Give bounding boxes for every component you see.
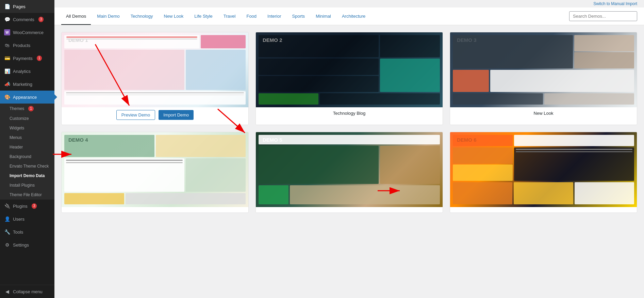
demo1-actions: Preview Demo Import Demo	[62, 107, 248, 125]
plugins-icon: 🔌	[4, 203, 10, 209]
sidebar-item-widgets[interactable]: Widgets	[0, 123, 54, 133]
demo1-preview: DEMO 1	[62, 32, 248, 107]
demo-tabs: All Demos Main Demo Technology New Look …	[54, 7, 644, 25]
demo3-sub-label: New Look	[450, 107, 637, 118]
tab-life-style[interactable]: Life Style	[189, 7, 217, 25]
demo-card-5: DEMO 5	[255, 132, 443, 213]
tools-icon: 🔧	[4, 229, 10, 235]
sidebar: 📄 Pages 💬 Comments 3 W WooCommerce 🛍 Pro…	[0, 0, 54, 298]
sidebar-item-header[interactable]: Header	[0, 142, 54, 152]
search-demos-input[interactable]	[569, 11, 637, 21]
demo1-import-btn[interactable]: Import Demo	[159, 110, 194, 120]
demo-card-1: DEMO 1	[61, 32, 249, 125]
tab-architecture[interactable]: Architecture	[337, 7, 370, 25]
collapse-menu-button[interactable]: ◀ Collapse menu	[0, 285, 54, 298]
demo-card-2: DEMO 2	[255, 32, 443, 125]
demo-grid: DEMO 1	[54, 25, 644, 220]
demo3-overlay	[450, 32, 637, 107]
demo2-preview: DEMO 2	[256, 32, 443, 107]
tab-new-look[interactable]: New Look	[159, 7, 188, 25]
sidebar-item-themes[interactable]: Themes 1	[0, 104, 54, 114]
payments-badge: 1	[37, 56, 42, 61]
sidebar-item-background[interactable]: Background	[0, 152, 54, 161]
tab-minimal[interactable]: Minimal	[311, 7, 336, 25]
demo1-preview-btn[interactable]: Preview Demo	[116, 110, 155, 120]
demo1-overlay	[62, 32, 248, 107]
sidebar-item-customize[interactable]: Customize	[0, 114, 54, 123]
settings-icon: ⚙	[4, 242, 10, 248]
tab-travel[interactable]: Travel	[219, 7, 241, 25]
sidebar-item-plugins[interactable]: 🔌 Plugins 3	[0, 200, 54, 213]
tab-interior[interactable]: Interior	[263, 7, 286, 25]
sidebar-item-products[interactable]: 🛍 Products	[0, 39, 54, 52]
demo-card-6: DEMO 6	[450, 132, 637, 213]
woocommerce-icon: W	[4, 29, 10, 35]
demo2-sub-label: Technology Blog	[256, 107, 443, 118]
sidebar-item-settings[interactable]: ⚙ Settings	[0, 238, 54, 251]
sidebar-item-analytics[interactable]: 📊 Analytics	[0, 65, 54, 78]
comments-icon: 💬	[4, 16, 10, 22]
payments-icon: 💳	[4, 55, 10, 61]
sidebar-item-marketing[interactable]: 📣 Marketing	[0, 78, 54, 91]
pages-icon: 📄	[4, 3, 10, 10]
comments-badge: 3	[38, 17, 44, 22]
demo3-preview: DEMO 3	[450, 32, 637, 107]
sidebar-item-comments[interactable]: 💬 Comments 3	[0, 13, 54, 26]
sidebar-item-pages[interactable]: 📄 Pages	[0, 0, 54, 13]
demo6-preview: DEMO 6	[450, 132, 637, 207]
sidebar-item-import-demo[interactable]: Import Demo Data	[0, 171, 54, 181]
analytics-icon: 📊	[4, 68, 10, 74]
demo6-overlay	[450, 132, 637, 207]
demo4-preview: DEMO 4	[62, 132, 248, 207]
demo4-sub-label	[62, 207, 248, 213]
sidebar-item-payments[interactable]: 💳 Payments 1	[0, 52, 54, 65]
tab-food[interactable]: Food	[242, 7, 261, 25]
collapse-icon: ◀	[4, 288, 10, 295]
products-icon: 🛍	[4, 42, 10, 48]
sidebar-item-envato[interactable]: Envato Theme Check	[0, 161, 54, 171]
tab-sports[interactable]: Sports	[287, 7, 310, 25]
demo2-overlay	[256, 32, 443, 107]
sidebar-item-tools[interactable]: 🔧 Tools	[0, 225, 54, 238]
demo5-preview: DEMO 5	[256, 132, 443, 207]
demo4-overlay	[62, 132, 248, 207]
demo5-overlay	[256, 132, 443, 207]
main-content: Switch to Manual Import All Demos Main D…	[54, 0, 644, 298]
demo5-sub-label	[256, 207, 443, 213]
users-icon: 👤	[4, 216, 10, 222]
appearance-submenu: Themes 1 Customize Widgets Menus Header …	[0, 104, 54, 200]
appearance-arrow	[54, 94, 57, 100]
demo6-sub-label	[450, 207, 637, 213]
sidebar-item-install-plugins[interactable]: Install Plugins	[0, 181, 54, 190]
sidebar-item-menus[interactable]: Menus	[0, 133, 54, 142]
appearance-icon: 🎨	[4, 94, 10, 100]
switch-link-container: Switch to Manual Import	[54, 0, 644, 7]
marketing-icon: 📣	[4, 81, 10, 87]
plugins-badge: 3	[32, 203, 37, 209]
sidebar-item-appearance[interactable]: 🎨 Appearance	[0, 91, 54, 104]
demo-card-4: DEMO 4	[61, 132, 249, 213]
tab-main-demo[interactable]: Main Demo	[92, 7, 124, 25]
themes-badge: 1	[28, 106, 34, 111]
sidebar-item-users[interactable]: 👤 Users	[0, 213, 54, 225]
sidebar-item-woocommerce[interactable]: W WooCommerce	[0, 26, 54, 39]
tab-technology[interactable]: Technology	[126, 7, 158, 25]
switch-to-manual-link[interactable]: Switch to Manual Import	[593, 1, 637, 6]
sidebar-item-theme-editor[interactable]: Theme File Editor	[0, 190, 54, 200]
demo-card-3: DEMO 3	[450, 32, 637, 125]
tab-all-demos[interactable]: All Demos	[61, 7, 91, 25]
